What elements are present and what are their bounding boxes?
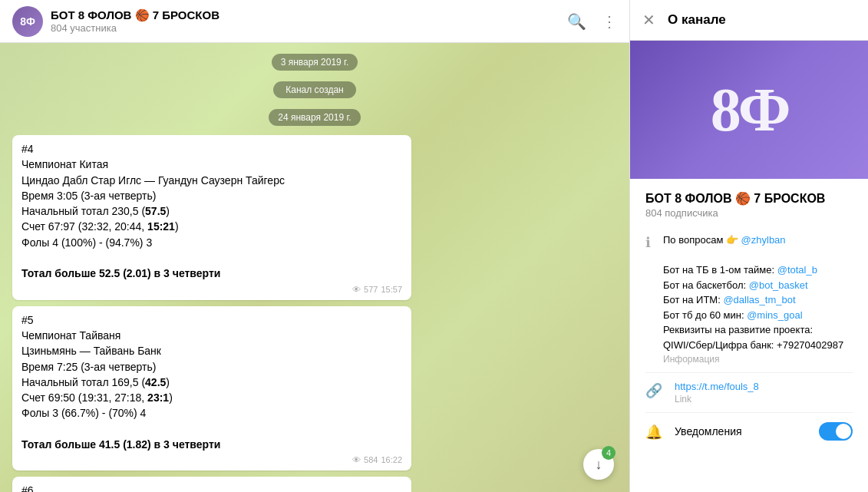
notifications-row: 🔔 Уведомления [630, 413, 868, 450]
message-1-text: #4 Чемпионат Китая Циндао Дабл Стар Иглс… [21, 141, 402, 282]
date-badge-2: 24 января 2019 г. [269, 109, 360, 126]
chat-panel: 8Ф БОТ 8 ФОЛОВ 🏀 7 БРОСКОВ 804 участника… [0, 0, 629, 492]
description-content: По вопросам 👉 @zhylban Бот на ТБ в 1-ом … [663, 233, 853, 365]
channel-name: БОТ 8 ФОЛОВ 🏀 7 БРОСКОВ [645, 191, 853, 206]
message-1-meta: 👁 577 15:57 [21, 285, 402, 294]
channel-info-section: ℹ По вопросам 👉 @zhylban Бот на ТБ в 1-о… [630, 225, 868, 413]
header-actions: 🔍 ⋮ [567, 12, 617, 31]
date-badge-1: 3 января 2019 г. [272, 54, 358, 71]
notifications-toggle[interactable] [819, 422, 853, 441]
mins-goal-link[interactable]: @mins_goal [747, 309, 802, 321]
link-icon: 🔗 [645, 382, 662, 404]
description-item: ℹ По вопросам 👉 @zhylban Бот на ТБ в 1-о… [645, 225, 853, 373]
chat-subtitle: 804 участника [51, 22, 567, 34]
right-panel: ✕ О канале 8Ф БОТ 8 ФОЛОВ 🏀 7 БРОСКОВ 80… [629, 0, 868, 492]
contact-link[interactable]: @zhylban [741, 234, 786, 246]
description-text: По вопросам 👉 @zhylban Бот на ТБ в 1-ом … [663, 233, 853, 352]
chat-avatar: 8Ф [12, 6, 43, 37]
notifications-label: Уведомления [675, 425, 819, 438]
message-1: #4 Чемпионат Китая Циндао Дабл Стар Иглс… [12, 135, 411, 300]
message-2-views: 584 [364, 455, 378, 464]
bot-basket-link[interactable]: @bot_basket [749, 279, 808, 291]
link-label: Link [675, 394, 853, 404]
message-3-text: #6 Чемпионат Казахстана Алматы — Барсы В… [21, 483, 402, 492]
channel-created-badge: Канал создан [273, 81, 356, 98]
message-2-time: 16:22 [381, 455, 402, 464]
message-2-text: #5 Чемпионат Тайваня Цзиньмянь — Тайвань… [21, 312, 402, 453]
message-2: #5 Чемпионат Тайваня Цзиньмянь — Тайвань… [12, 306, 411, 471]
views-icon-2: 👁 [352, 455, 361, 464]
message-2-meta: 👁 584 16:22 [21, 455, 402, 464]
channel-subscribers: 804 подписчика [645, 207, 853, 219]
link-item: 🔗 https://t.me/fouls_8 Link [645, 373, 853, 413]
search-icon[interactable]: 🔍 [567, 12, 586, 31]
total-b-link[interactable]: @total_b [777, 264, 817, 276]
message-1-time: 15:57 [381, 285, 402, 294]
messages-area: 3 января 2019 г. Канал создан 24 января … [0, 43, 629, 492]
dallas-tm-link[interactable]: @dallas_tm_bot [723, 294, 795, 305]
link-content: https://t.me/fouls_8 Link [675, 381, 853, 404]
chat-title: БОТ 8 ФОЛОВ 🏀 7 БРОСКОВ [51, 8, 567, 22]
header-info: БОТ 8 ФОЛОВ 🏀 7 БРОСКОВ 804 участника [51, 8, 567, 34]
scroll-to-bottom-button[interactable]: ↓ 4 [583, 449, 614, 480]
views-icon-1: 👁 [352, 285, 361, 294]
channel-link[interactable]: https://t.me/fouls_8 [675, 381, 853, 392]
right-header: ✕ О канале [630, 0, 868, 41]
more-icon[interactable]: ⋮ [602, 12, 617, 31]
bell-icon: 🔔 [645, 424, 662, 441]
scroll-down-icon: ↓ [596, 457, 602, 473]
info-icon: ℹ [645, 234, 651, 365]
channel-name-section: БОТ 8 ФОЛОВ 🏀 7 БРОСКОВ 804 подписчика [630, 179, 868, 225]
description-label: Информация [663, 354, 853, 365]
chat-header: 8Ф БОТ 8 ФОЛОВ 🏀 7 БРОСКОВ 804 участника… [0, 0, 629, 43]
message-1-views: 577 [364, 285, 378, 294]
message-3: #6 Чемпионат Казахстана Алматы — Барсы В… [12, 477, 411, 492]
right-panel-title: О канале [668, 12, 726, 28]
channel-banner: 8Ф [630, 41, 868, 179]
banner-logo: 8Ф [711, 75, 788, 145]
unread-badge: 4 [602, 446, 616, 460]
close-button[interactable]: ✕ [642, 11, 655, 29]
